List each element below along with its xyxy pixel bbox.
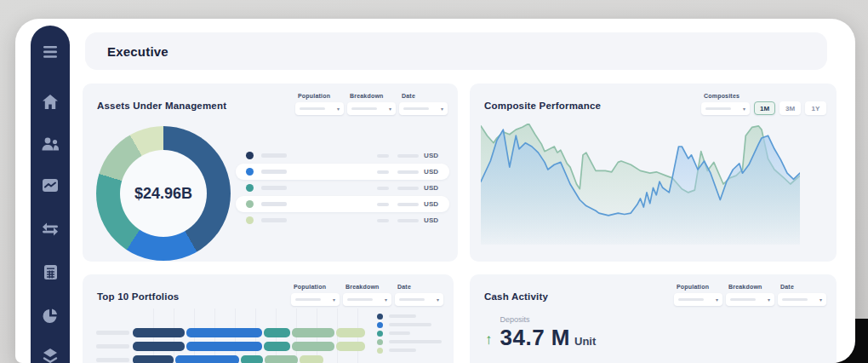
bar-segment <box>300 355 323 363</box>
range-button-1m[interactable]: 1M <box>754 101 775 115</box>
filter-label-population: Population <box>294 284 340 290</box>
population-select[interactable]: ▾ <box>295 102 344 115</box>
composites-select[interactable]: ▾ <box>701 102 750 115</box>
filter-population: Population▾ <box>291 284 340 306</box>
layers-icon[interactable] <box>31 344 70 363</box>
bar-segment <box>186 342 262 351</box>
legend-name-placeholder <box>261 186 287 190</box>
filter-population: Population▾ <box>674 284 722 306</box>
aum-total-value: $24.96B <box>134 185 192 203</box>
legend-name-placeholder <box>389 349 416 352</box>
deposits-label: Deposits <box>500 315 597 324</box>
filter-label-date: Date <box>780 284 826 290</box>
date-select[interactable]: ▾ <box>778 293 826 306</box>
select-placeholder <box>678 298 704 301</box>
aum-legend-row: USD <box>236 196 449 212</box>
select-placeholder <box>705 107 731 110</box>
bar-segment <box>264 342 290 351</box>
portfolio-name-placeholder <box>96 344 129 349</box>
users-icon[interactable] <box>31 133 70 155</box>
aum-donut-chart[interactable]: $24.96B <box>96 126 231 261</box>
range-button-1y[interactable]: 1Y <box>805 101 826 115</box>
portfolio-chart-icon[interactable] <box>31 174 70 196</box>
aum-donut-hole: $24.96B <box>120 150 207 237</box>
date-select[interactable]: ▾ <box>395 293 443 306</box>
bar-segment <box>265 355 298 363</box>
legend-name-placeholder <box>389 314 416 318</box>
legend-name-placeholder <box>389 340 442 343</box>
filter-population: Population▾ <box>295 93 344 115</box>
filter-breakdown: Breakdown▾ <box>343 284 391 306</box>
top10-legend-row <box>377 346 442 354</box>
breakdown-select[interactable]: ▾ <box>343 293 391 306</box>
card-assets-under-management: Assets Under Management Population▾Break… <box>83 84 458 262</box>
filter-label-breakdown: Breakdown <box>728 284 774 290</box>
composite-card-title: Composite Performance <box>484 101 601 111</box>
select-placeholder <box>295 298 321 301</box>
breakdown-select[interactable]: ▾ <box>347 102 396 115</box>
legend-name-placeholder <box>389 323 431 326</box>
filter-label-composites: Composites <box>704 93 750 99</box>
legend-dot <box>377 339 383 345</box>
legend-name-placeholder <box>261 202 287 206</box>
cash-card-title: Cash Activity <box>484 291 548 302</box>
select-placeholder <box>730 298 756 301</box>
filter-label-breakdown: Breakdown <box>350 93 396 99</box>
filter-label-population: Population <box>298 93 344 99</box>
filter-date: Date▾ <box>399 93 448 115</box>
composite-line-chart[interactable] <box>481 124 800 247</box>
select-placeholder <box>403 107 429 110</box>
filter-date: Date▾ <box>395 284 443 306</box>
filter-date: Date▾ <box>778 284 826 306</box>
calculator-icon[interactable] <box>31 261 70 283</box>
top10-filter-bar: Population▾Breakdown▾Date▾ <box>291 284 443 306</box>
time-range-switcher: 1M3M1Y <box>754 101 826 115</box>
deposits-metric-body: Deposits 34.7 M Unit <box>500 315 597 351</box>
sidebar <box>31 26 70 363</box>
chevron-down-icon: ▾ <box>716 297 718 302</box>
top10-legend-row <box>377 320 442 329</box>
bar-segment <box>175 355 239 363</box>
legend-currency: USD <box>424 216 438 224</box>
legend-dot <box>377 314 383 320</box>
legend-dot <box>377 322 383 328</box>
card-cash-activity: Cash Activity Population▾Breakdown▾Date▾… <box>470 274 837 363</box>
chevron-down-icon: ▾ <box>385 297 387 302</box>
select-placeholder <box>399 298 425 301</box>
home-icon[interactable] <box>31 90 70 112</box>
top10-card-title: Top 10 Portfolios <box>97 291 179 302</box>
legend-currency: USD <box>424 200 438 208</box>
portfolio-name-placeholder <box>96 331 129 335</box>
select-placeholder <box>300 107 325 110</box>
legend-amount-placeholder <box>397 203 419 206</box>
filter-breakdown: Breakdown▾ <box>726 284 774 306</box>
legend-name-placeholder <box>261 153 287 158</box>
pie-chart-icon[interactable] <box>31 305 70 327</box>
population-select[interactable]: ▾ <box>674 293 722 306</box>
top10-legend-row <box>377 329 442 337</box>
top10-legend-row <box>377 337 442 346</box>
legend-dot <box>246 216 254 224</box>
bar-segment <box>186 328 262 337</box>
aum-card-title: Assets Under Management <box>97 101 226 111</box>
portfolio-name-placeholder <box>96 358 129 362</box>
deposits-metric: ↑ Deposits 34.7 M Unit <box>485 315 596 351</box>
range-button-3m[interactable]: 3M <box>779 101 801 115</box>
bar-segment <box>133 342 185 351</box>
app-window: Executive Assets Under Management Popula… <box>15 19 855 363</box>
transfers-icon[interactable] <box>31 218 70 240</box>
chevron-down-icon: ▾ <box>437 297 439 302</box>
card-composite-performance: Composite Performance Composites▾ 1M3M1Y <box>470 84 837 262</box>
aum-legend-row: USD <box>236 212 449 228</box>
menu-icon[interactable] <box>31 41 70 63</box>
page-title: Executive <box>107 44 168 59</box>
date-select[interactable]: ▾ <box>399 102 448 115</box>
cash-filter-bar: Population▾Breakdown▾Date▾ <box>674 284 826 306</box>
chevron-down-icon: ▾ <box>768 297 770 302</box>
population-select[interactable]: ▾ <box>291 293 340 306</box>
legend-name-placeholder <box>261 170 287 174</box>
filter-composites: Composites▾ <box>701 93 750 115</box>
legend-currency: USD <box>424 168 438 176</box>
filter-label-date: Date <box>402 93 448 99</box>
breakdown-select[interactable]: ▾ <box>726 293 774 306</box>
